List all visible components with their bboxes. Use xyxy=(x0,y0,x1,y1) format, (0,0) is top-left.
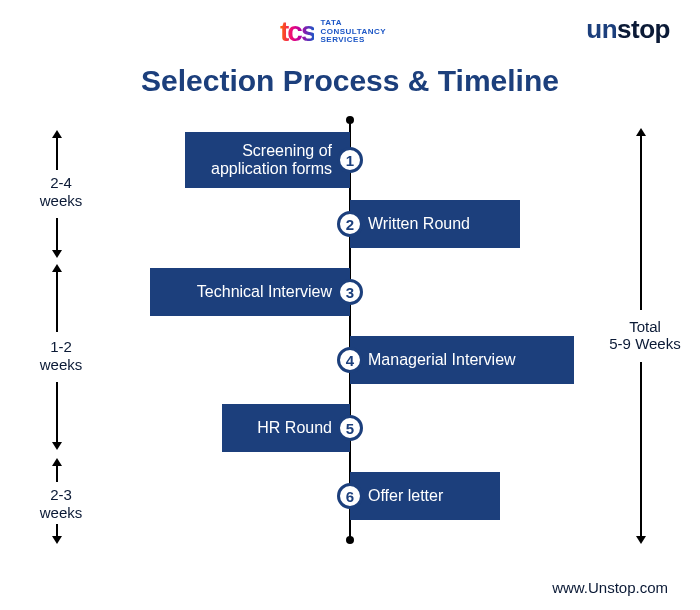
unstop-logo: unstop xyxy=(586,14,670,45)
step-marker-1: 1 xyxy=(337,147,363,173)
duration-label: 2-3 weeks xyxy=(20,486,102,522)
duration-arrow-up-icon xyxy=(56,136,58,170)
step-label: Offer letter xyxy=(368,487,443,505)
footer-url: www.Unstop.com xyxy=(552,579,668,596)
total-duration-label: Total 5-9 Weeks xyxy=(600,318,690,352)
duration-arrow-down-icon xyxy=(56,218,58,252)
duration-label: 2-4 weeks xyxy=(20,174,102,210)
step-label: Managerial Interview xyxy=(368,351,516,369)
step-box-4: Managerial Interview xyxy=(350,336,574,384)
duration-bracket-2: 1-2 weeks xyxy=(20,262,102,452)
tcs-logo-sub: TATA CONSULTANCY SERVICES xyxy=(320,19,386,45)
page-title: Selection Process & Timeline xyxy=(0,64,700,98)
duration-bracket-1: 2-4 weeks xyxy=(20,128,102,256)
step-box-3: Technical Interview xyxy=(150,268,350,316)
total-arrow-up-icon xyxy=(640,134,642,310)
duration-arrow-down-icon xyxy=(56,524,58,538)
step-marker-4: 4 xyxy=(337,347,363,373)
tcs-logo: tcs TATA CONSULTANCY SERVICES xyxy=(280,16,386,48)
total-arrow-down-icon xyxy=(640,362,642,538)
step-marker-6: 6 xyxy=(337,483,363,509)
duration-label: 1-2 weeks xyxy=(20,338,102,374)
timeline-diagram: Screening of application forms 1 Written… xyxy=(0,110,700,550)
step-label: HR Round xyxy=(257,419,332,437)
step-box-5: HR Round xyxy=(222,404,350,452)
duration-arrow-down-icon xyxy=(56,382,58,444)
step-marker-2: 2 xyxy=(337,211,363,237)
step-marker-3: 3 xyxy=(337,279,363,305)
header: tcs TATA CONSULTANCY SERVICES unstop xyxy=(0,0,700,60)
tcs-logo-word: tcs xyxy=(280,16,314,48)
duration-arrow-up-icon xyxy=(56,464,58,482)
step-label: Technical Interview xyxy=(197,283,332,301)
step-box-2: Written Round xyxy=(350,200,520,248)
step-label: Written Round xyxy=(368,215,470,233)
step-box-1: Screening of application forms xyxy=(185,132,350,188)
step-label: Screening of application forms xyxy=(211,142,332,179)
duration-bracket-3: 2-3 weeks xyxy=(20,458,102,544)
step-box-6: Offer letter xyxy=(350,472,500,520)
duration-arrow-up-icon xyxy=(56,270,58,332)
step-marker-5: 5 xyxy=(337,415,363,441)
